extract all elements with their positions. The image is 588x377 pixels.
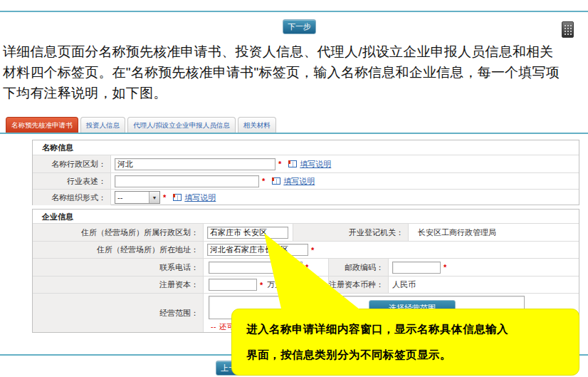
phone-postcode-row: 联系电话： * 邮政编码： * (33, 258, 579, 276)
org-form-help-link[interactable]: 填写说明 (169, 192, 216, 203)
help-link-label: 填写说明 (283, 176, 315, 187)
capital-currency-row: 注册资本： * 万元 注册资本币种： 人民币 (33, 276, 579, 293)
residence-address-label: 住所（经营场所）所在地址： (33, 242, 204, 258)
required-asterisk: * (278, 160, 281, 168)
required-asterisk: * (262, 177, 265, 185)
postcode-label: 邮政编码： (328, 259, 389, 276)
tab-related-materials[interactable]: 相关材料 (238, 117, 276, 133)
required-asterisk: * (443, 263, 446, 272)
tab-bar: 名称预先核准申请书 投资人信息 代理人/拟设立企业申报人员信息 相关材料 (6, 117, 276, 133)
residence-region-input[interactable]: 石家庄市 长安区 (207, 227, 288, 239)
registry-authority-label: 开业登记机关： (293, 224, 409, 241)
required-asterisk: * (260, 281, 263, 289)
prev-step-button[interactable]: 上一步 (216, 361, 249, 376)
name-info-section: 名称信息 名称行政区划： 河北 * 填写说明 行业表述： * 填写说明 (32, 140, 579, 205)
page: 下一步 详细信息页面分名称预先核准申请书、投资人信息、代理人/拟设立企业申报人员… (0, 0, 588, 377)
postcode-input[interactable] (392, 262, 441, 274)
select-value: -- (117, 193, 122, 202)
industry-desc-help-link[interactable]: 填写说明 (268, 176, 315, 187)
registry-authority-value: 长安区工商行政管理局 (409, 227, 579, 238)
name-region-row: 名称行政区划： 河北 * 填写说明 (33, 155, 579, 172)
tab-underline (0, 133, 588, 134)
book-icon (272, 177, 280, 185)
name-region-label: 名称行政区划： (33, 155, 111, 172)
floating-scroll-widget[interactable] (562, 21, 574, 38)
residence-region-label: 住所（经营场所）所属行政区划： (33, 224, 204, 241)
tab-investor-info[interactable]: 投资人信息 (80, 117, 126, 133)
org-form-row: 名称组织形式： -- ▼ * 填写说明 (33, 189, 579, 205)
org-form-select[interactable]: -- ▼ (115, 191, 160, 204)
tab-agent-applicant-info[interactable]: 代理人/拟设立企业申报人员信息 (127, 117, 236, 133)
callout-line1: 进入名称申请详细内容窗口，显示名称具体信息输入 (246, 322, 508, 337)
enterprise-info-section-title: 企业信息 (33, 210, 579, 224)
next-step-button[interactable]: 下一步 (283, 19, 316, 34)
currency-label: 注册资本币种： (328, 277, 389, 293)
phone-input[interactable] (209, 262, 303, 274)
industry-desc-row: 行业表述： * 填写说明 (33, 172, 579, 189)
business-scope-label: 经营范围： (33, 294, 204, 332)
help-link-label: 填写说明 (300, 159, 331, 170)
name-region-help-link[interactable]: 填写说明 (284, 159, 331, 170)
residence-region-row: 住所（经营场所）所属行政区划： 石家庄市 长安区 开业登记机关： 长安区工商行政… (33, 224, 579, 241)
select-business-scope-button[interactable]: 选择经营范围 (369, 300, 456, 316)
residence-address-input[interactable]: 河北省石家庄市长安区 (207, 244, 308, 256)
top-divider (0, 11, 588, 12)
phone-label: 联系电话： (33, 259, 204, 276)
industry-desc-input[interactable] (115, 175, 259, 187)
intro-paragraph: 详细信息页面分名称预先核准申请书、投资人信息、代理人/拟设立企业申报人员信息和相… (3, 41, 567, 103)
capital-label: 注册资本： (33, 277, 204, 293)
currency-value: 人民币 (389, 279, 579, 290)
chevron-down-icon: ▼ (149, 192, 159, 203)
name-region-input[interactable]: 河北 (115, 158, 275, 170)
required-asterisk: * (305, 263, 308, 272)
tab-name-preapproval-form[interactable]: 名称预先核准申请书 (6, 117, 78, 133)
org-form-label: 名称组织形式： (33, 190, 111, 205)
help-link-label: 填写说明 (184, 192, 216, 203)
business-scope-textarea[interactable] (209, 296, 525, 319)
dot-grid-icon (564, 24, 572, 35)
book-icon (173, 194, 182, 201)
enterprise-info-section: 企业信息 住所（经营场所）所属行政区划： 石家庄市 长安区 开业登记机关： 长安… (32, 209, 579, 333)
book-icon (288, 160, 297, 167)
required-asterisk: * (311, 246, 314, 254)
residence-address-row: 住所（经营场所）所在地址： 河北省石家庄市长安区 * (33, 241, 579, 258)
name-info-section-title: 名称信息 (33, 140, 579, 155)
required-asterisk: * (163, 193, 166, 202)
callout-line2: 界面，按信息类别分为不同标签页显示。 (246, 348, 451, 363)
industry-desc-label: 行业表述： (33, 173, 111, 189)
capital-input[interactable] (209, 279, 257, 291)
capital-unit-label: 万元 (267, 279, 283, 290)
